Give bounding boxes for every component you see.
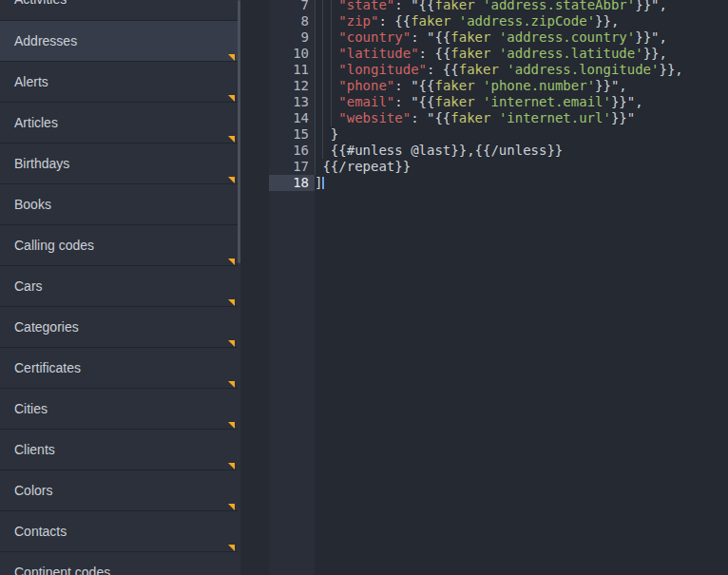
sidebar-item-label: Books [0,184,238,224]
sidebar-item-categories[interactable]: Categories [0,306,238,347]
sidebar-item-label: Cities [0,389,238,429]
sidebar-item-label: Continent codes [0,552,238,575]
code-editor[interactable]: 789101112131415161718 "state": "{{faker … [269,0,728,575]
code-line: "website": "{{faker 'internet.url'}}" [315,110,728,126]
editor-content[interactable]: "state": "{{faker 'address.stateAbbr'}}"… [315,0,728,575]
sidebar-item-label: Contacts [0,511,238,551]
code-line: "state": "{{faker 'address.stateAbbr'}}"… [315,0,728,13]
sidebar-item-cities[interactable]: Cities [0,388,238,429]
code-line: "longitude": {{faker 'address.longitude'… [315,62,728,78]
code-lines: "state": "{{faker 'address.stateAbbr'}}"… [315,0,728,191]
sidebar-item-addresses[interactable]: Addresses [0,20,238,61]
sidebar-item-label: Addresses [0,21,238,61]
editor-gutter: 789101112131415161718 [269,0,315,575]
panel-divider [240,0,269,575]
modified-corner-icon [228,340,235,347]
sidebar-item-colors[interactable]: Colors [0,470,238,510]
line-number: 18 [269,175,315,191]
sidebar-item-contacts[interactable]: Contacts [0,510,238,551]
sidebar-item-articles[interactable]: Articles [0,102,238,143]
code-line: "email": "{{faker 'internet.email'}}", [315,94,728,110]
sidebar-item-activities[interactable]: Activities [0,0,238,20]
indent-guide [331,0,332,126]
line-number: 12 [269,78,315,94]
sidebar-item-certificates[interactable]: Certificates [0,347,238,388]
sidebar-item-label: Categories [0,307,238,347]
code-line: "latitude": {{faker 'address.latitude'}}… [315,46,728,62]
modified-corner-icon [228,381,235,388]
sidebar-item-label: Activities [0,0,238,19]
sidebar-item-clients[interactable]: Clients [0,429,238,470]
sidebar-item-label: Calling codes [0,225,238,265]
code-line: "phone": "{{faker 'phone.number'}}", [315,78,728,94]
sidebar-items: ActivitiesAddressesAlertsArticlesBirthda… [0,0,238,575]
line-number: 8 [269,13,315,29]
line-number: 14 [269,110,315,126]
modified-corner-icon [228,95,235,102]
sidebar-item-label: Certificates [0,348,238,388]
sidebar-item-cars[interactable]: Cars [0,265,238,306]
modified-corner-icon [228,545,235,551]
sidebar-item-label: Articles [0,103,238,143]
modified-corner-icon [228,177,235,183]
code-line: } [315,126,728,143]
line-number: 15 [269,126,315,143]
modified-corner-icon [228,299,235,306]
line-number: 7 [269,0,315,13]
modified-corner-icon [228,422,235,429]
indent-guide [322,0,323,159]
code-line: {{#unless @last}},{{/unless}} [315,143,728,159]
sidebar-item-alerts[interactable]: Alerts [0,61,238,102]
sidebar-item-calling-codes[interactable]: Calling codes [0,224,238,265]
sidebar-item-continent-codes[interactable]: Continent codes [0,551,238,575]
sidebar-item-label: Colors [0,470,238,510]
indent-guide [315,0,316,175]
sidebar-item-books[interactable]: Books [0,183,238,224]
modified-corner-icon [228,136,235,143]
line-number: 9 [269,29,315,46]
line-number: 11 [269,62,315,78]
modified-corner-icon [228,259,235,265]
modified-corner-icon [228,54,235,61]
line-number: 16 [269,143,315,159]
sidebar-item-birthdays[interactable]: Birthdays [0,143,238,183]
modified-corner-icon [228,504,235,510]
sidebar-item-label: Birthdays [0,144,238,183]
code-line: ] [315,175,728,191]
sidebar-item-label: Clients [0,430,238,470]
code-line: {{/repeat}} [315,159,728,175]
line-number: 13 [269,94,315,110]
sidebar-item-label: Cars [0,266,238,306]
sidebar-item-label: Alerts [0,62,238,102]
modified-corner-icon [228,463,235,470]
code-line: "zip": {{faker 'address.zipCode'}}, [315,13,728,29]
line-number: 17 [269,159,315,175]
code-line: "country": "{{faker 'address.country'}}"… [315,29,728,46]
line-numbers: 789101112131415161718 [269,0,315,191]
sidebar: ActivitiesAddressesAlertsArticlesBirthda… [0,0,240,575]
line-number: 10 [269,46,315,62]
text-cursor [322,177,324,189]
app-window: ActivitiesAddressesAlertsArticlesBirthda… [0,0,728,575]
